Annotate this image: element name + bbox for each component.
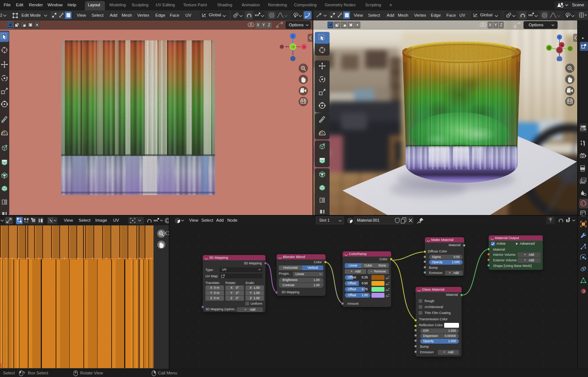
svg-text:X: X (303, 45, 305, 49)
svg-text:-Y: -Y (291, 45, 295, 49)
svg-text:Z: Z (292, 34, 294, 38)
